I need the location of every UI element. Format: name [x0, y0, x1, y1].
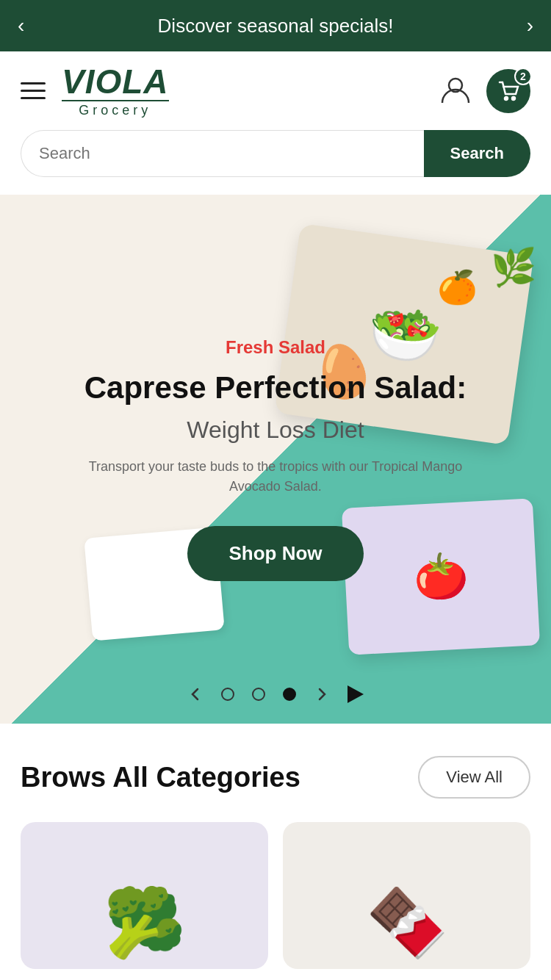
hero-description: Transport your taste buds to the tropics… — [84, 457, 467, 497]
slider-play-button[interactable] — [347, 685, 364, 703]
categories-grid: 🥦 🍫 — [21, 822, 530, 969]
categories-section: Brows All Categories View All 🥦 🍫 — [0, 724, 551, 980]
header-left: VIOLA Grocery — [21, 65, 169, 117]
categories-title: Brows All Categories — [21, 762, 300, 793]
top-banner: ‹ Discover seasonal specials! › — [0, 0, 551, 51]
banner-text: Discover seasonal specials! — [24, 15, 526, 37]
hero-title: Caprese Perfection Salad: — [84, 370, 467, 406]
cart-button[interactable]: 2 — [486, 69, 530, 113]
view-all-button[interactable]: View All — [418, 756, 530, 799]
hero-content: Fresh Salad Caprese Perfection Salad: We… — [0, 195, 551, 724]
header-icons: 2 — [436, 69, 530, 113]
search-button[interactable]: Search — [424, 130, 530, 177]
play-icon — [347, 685, 364, 703]
header: VIOLA Grocery 2 — [0, 51, 551, 130]
vegetables-emoji: 🥦 — [104, 884, 186, 962]
category-card-vegetables[interactable]: 🥦 — [21, 822, 268, 969]
category-card-snacks[interactable]: 🍫 — [283, 822, 530, 969]
user-icon — [439, 73, 472, 106]
slider-next-button[interactable] — [314, 686, 330, 702]
slider-dot-3[interactable] — [283, 688, 296, 701]
categories-header: Brows All Categories View All — [21, 756, 530, 799]
slider-prev-button[interactable] — [187, 686, 204, 702]
logo-divider — [62, 100, 169, 101]
slider-dot-2[interactable] — [252, 688, 265, 701]
slider-controls — [0, 685, 551, 703]
logo: VIOLA Grocery — [62, 65, 169, 117]
hero-tag: Fresh Salad — [226, 337, 325, 358]
logo-viola-text: VIOLA — [62, 65, 169, 98]
cart-badge: 2 — [514, 68, 532, 85]
hamburger-menu[interactable] — [21, 82, 46, 99]
svg-point-1 — [505, 97, 508, 100]
banner-next-button[interactable]: › — [527, 15, 533, 36]
shop-now-button[interactable]: Shop Now — [187, 526, 363, 581]
banner-prev-button[interactable]: ‹ — [18, 15, 24, 36]
chevron-right-icon — [314, 686, 330, 702]
hero-subtitle: Weight Loss Diet — [187, 417, 364, 444]
snacks-emoji: 🍫 — [366, 884, 448, 962]
logo-grocery-text: Grocery — [62, 104, 169, 117]
user-account-button[interactable] — [436, 71, 475, 111]
chevron-left-icon — [187, 686, 204, 702]
svg-point-2 — [512, 97, 515, 100]
search-bar: Search — [21, 130, 530, 177]
slider-dot-1[interactable] — [221, 688, 234, 701]
hero-slider: 🥚 🌿 🍊 Fresh Salad Caprese Perfection Sal… — [0, 195, 551, 724]
search-input[interactable] — [21, 130, 424, 177]
